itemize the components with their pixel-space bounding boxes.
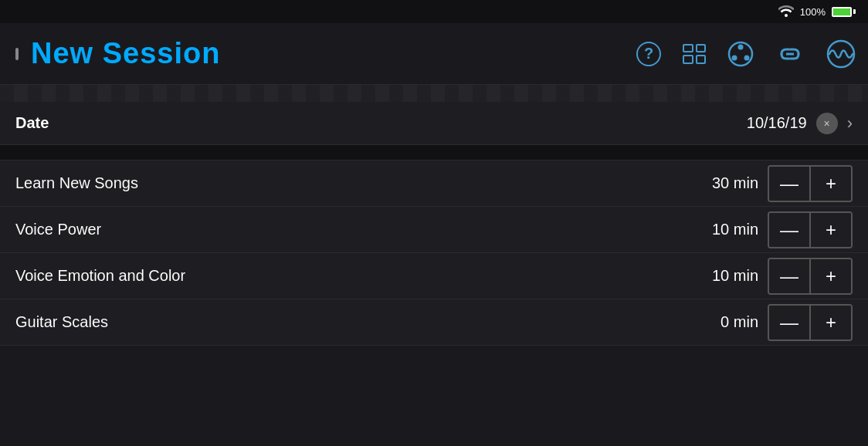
colorwheel-icon[interactable] — [727, 41, 754, 67]
svg-point-3 — [732, 55, 737, 60]
stepper: — + — [768, 258, 853, 295]
exercise-name: Guitar Scales — [15, 313, 108, 331]
menu-handle[interactable] — [12, 45, 22, 63]
battery-percent: 100% — [800, 6, 826, 18]
app-title: New Session — [31, 37, 220, 70]
status-bar: 100% — [0, 0, 868, 23]
stepper: — + — [768, 211, 853, 248]
exercise-duration: 10 min — [712, 221, 758, 238]
exercise-row: Learn New Songs 30 min — + — [0, 160, 868, 207]
battery-icon — [832, 7, 856, 17]
grid-cell-4 — [696, 55, 707, 64]
decrement-button[interactable]: — — [769, 259, 809, 293]
main-content: Date 10/16/19 × › Learn New Songs 30 min… — [0, 102, 868, 346]
exercise-duration: 0 min — [712, 313, 758, 331]
decrement-button[interactable]: — — [769, 167, 809, 201]
date-chevron-icon[interactable]: › — [847, 113, 853, 133]
decrement-button[interactable]: — — [769, 306, 809, 340]
exercise-right: 10 min — + — [712, 211, 853, 248]
exercise-name: Voice Emotion and Color — [15, 267, 185, 285]
exercise-duration: 10 min — [712, 267, 758, 285]
exercise-right: 30 min — + — [712, 165, 853, 202]
increment-button[interactable]: + — [811, 259, 851, 293]
wave-icon[interactable] — [826, 39, 856, 69]
exercise-row: Guitar Scales 0 min — + — [0, 299, 868, 346]
stripe-area — [0, 85, 868, 102]
exercise-duration: 30 min — [712, 174, 758, 192]
link-icon[interactable] — [775, 45, 805, 63]
exercise-right: 0 min — + — [712, 304, 853, 341]
spacer — [0, 145, 868, 160]
decrement-button[interactable]: — — [769, 213, 809, 247]
date-value: 10/16/19 — [747, 114, 807, 132]
exercise-row: Voice Emotion and Color 10 min — + — [0, 253, 868, 299]
date-right: 10/16/19 × › — [747, 113, 853, 134]
header-icons: ? — [636, 39, 856, 69]
grid-cell-3 — [683, 55, 693, 64]
stepper: — + — [768, 165, 853, 202]
date-clear-button[interactable]: × — [816, 113, 838, 134]
grid-icon[interactable] — [683, 44, 706, 64]
exercise-row: Voice Power 10 min — + — [0, 207, 868, 253]
svg-point-1 — [738, 44, 744, 49]
menu-handle-bar — [15, 48, 19, 60]
question-icon[interactable]: ? — [636, 42, 661, 66]
svg-point-2 — [744, 55, 750, 60]
exercises-list: Learn New Songs 30 min — + Voice Power 1… — [0, 160, 868, 346]
grid-cell-1 — [683, 44, 693, 53]
header-left: New Session — [12, 37, 220, 70]
date-row: Date 10/16/19 × › — [0, 102, 868, 145]
header: New Session ? — [0, 23, 868, 85]
stepper: — + — [768, 304, 853, 341]
date-label: Date — [15, 114, 49, 132]
increment-button[interactable]: + — [811, 213, 851, 247]
exercise-right: 10 min — + — [712, 258, 853, 295]
wifi-icon — [778, 5, 794, 19]
increment-button[interactable]: + — [811, 167, 851, 201]
increment-button[interactable]: + — [811, 306, 851, 340]
exercise-name: Learn New Songs — [15, 174, 138, 192]
grid-cell-2 — [696, 44, 707, 53]
exercise-name: Voice Power — [15, 221, 101, 238]
